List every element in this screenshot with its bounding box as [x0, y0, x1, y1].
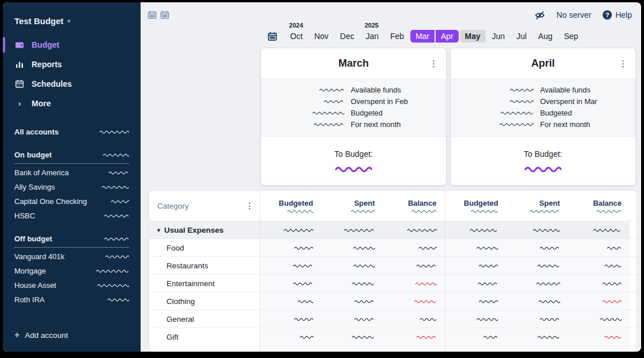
- sidebar-item-budget[interactable]: Budget: [3, 35, 141, 55]
- account-item[interactable]: Vanguard 401k: [3, 249, 141, 264]
- amount-cell[interactable]: [259, 221, 321, 238]
- month-aug[interactable]: Aug: [533, 30, 558, 43]
- account-item[interactable]: House Asset: [3, 278, 141, 292]
- amount-cell[interactable]: [506, 292, 568, 310]
- account-item[interactable]: HSBC: [3, 209, 141, 223]
- column-header-cell: Spent: [506, 191, 568, 221]
- amount-cell[interactable]: [321, 292, 383, 310]
- amount-cell[interactable]: [506, 239, 568, 256]
- amount-cell[interactable]: [568, 221, 630, 238]
- month-apr[interactable]: Apr: [436, 30, 459, 43]
- to-budget-amount[interactable]: [525, 165, 561, 172]
- category-name-cell[interactable]: Food: [149, 239, 259, 256]
- amount-cell[interactable]: [568, 346, 630, 352]
- amount-cell[interactable]: [445, 257, 507, 274]
- amount-cell[interactable]: [568, 292, 630, 310]
- month-label: Mar: [416, 32, 429, 41]
- category-name-cell[interactable]: Gift: [149, 328, 259, 345]
- amount-cell[interactable]: [321, 257, 383, 274]
- kebab-menu-icon[interactable]: ⋮: [619, 59, 627, 69]
- amount-cell[interactable]: [383, 328, 445, 345]
- sidebar-item-reports[interactable]: Reports: [3, 55, 141, 74]
- month-nov[interactable]: Nov: [309, 30, 333, 43]
- amount-cell[interactable]: [259, 239, 321, 256]
- amount-cell[interactable]: [506, 328, 568, 345]
- budget-switcher[interactable]: Test Budget ▾: [3, 2, 141, 35]
- account-group-header[interactable]: On budget: [14, 148, 129, 164]
- amount-cell[interactable]: [568, 275, 630, 292]
- amount-cell[interactable]: [445, 310, 507, 328]
- amount-cell[interactable]: [568, 328, 630, 345]
- amount-cell[interactable]: [259, 346, 321, 352]
- add-account-button[interactable]: + Add account: [3, 324, 141, 344]
- month-oct[interactable]: 2024Oct: [285, 30, 308, 43]
- amount-cell[interactable]: [506, 346, 568, 352]
- account-group-header[interactable]: Off budget: [14, 232, 129, 248]
- month-jun[interactable]: Jun: [487, 30, 510, 43]
- category-name-cell[interactable]: General: [149, 310, 259, 328]
- category-name-cell[interactable]: Medical: [149, 346, 259, 352]
- month-jan[interactable]: 2025Jan: [360, 30, 384, 43]
- amount-cell[interactable]: [506, 221, 568, 238]
- category-name-cell[interactable]: Restaurants: [149, 257, 259, 274]
- two-month-view-icon[interactable]: [160, 10, 169, 20]
- all-accounts-item[interactable]: All accounts: [3, 125, 141, 139]
- amount-cell[interactable]: [383, 239, 445, 256]
- sidebar-item-more[interactable]: ›More: [3, 94, 141, 113]
- amount-cell[interactable]: [445, 292, 507, 310]
- amount-cell[interactable]: [383, 292, 445, 310]
- amount-cell[interactable]: [259, 328, 321, 345]
- month-mar[interactable]: Mar: [410, 30, 434, 43]
- account-item[interactable]: Mortgage: [3, 264, 141, 278]
- amount-cell[interactable]: [506, 275, 568, 292]
- month-jul[interactable]: Jul: [511, 30, 532, 43]
- month-may[interactable]: May: [460, 30, 486, 43]
- one-month-view-icon[interactable]: [148, 10, 157, 20]
- amount-cell[interactable]: [383, 221, 445, 238]
- amount-cell[interactable]: [321, 221, 383, 238]
- amount-cell[interactable]: [383, 275, 445, 292]
- amount-cell[interactable]: [259, 310, 321, 328]
- month-sep[interactable]: Sep: [558, 30, 583, 43]
- amount-cell[interactable]: [445, 275, 507, 292]
- amount-cell[interactable]: [568, 257, 630, 274]
- help-button[interactable]: ? Help: [603, 10, 632, 20]
- amount-cell[interactable]: [321, 275, 383, 292]
- amount-cell[interactable]: [445, 239, 507, 256]
- account-item[interactable]: Roth IRA: [3, 292, 141, 307]
- amount-cell[interactable]: [383, 257, 445, 274]
- month-dec[interactable]: Dec: [335, 30, 359, 43]
- amount-cell[interactable]: [321, 346, 383, 352]
- amount-cell[interactable]: [445, 221, 507, 238]
- month-picker-calendar-icon[interactable]: [267, 32, 277, 41]
- amount-cell[interactable]: [383, 310, 445, 328]
- amount-cell[interactable]: [568, 310, 630, 328]
- to-budget-amount[interactable]: [335, 165, 372, 172]
- account-item[interactable]: Capital One Checking: [3, 194, 141, 209]
- sidebar-item-schedules[interactable]: Schedules: [3, 74, 141, 94]
- account-item[interactable]: Bank of America: [3, 165, 141, 180]
- month-feb[interactable]: Feb: [385, 30, 409, 43]
- kebab-menu-icon[interactable]: ⋮: [429, 59, 438, 69]
- amount-cell[interactable]: [259, 275, 321, 292]
- server-status[interactable]: No server: [557, 10, 592, 20]
- column-header-label: Balance: [593, 199, 622, 207]
- amount-cell[interactable]: [445, 328, 507, 345]
- category-name-cell[interactable]: Clothing: [149, 292, 259, 310]
- amount-cell[interactable]: [321, 239, 383, 256]
- kebab-menu-icon[interactable]: ⋮: [246, 201, 254, 210]
- sidebar-item-label: Schedules: [32, 79, 72, 88]
- amount-cell[interactable]: [321, 310, 383, 328]
- amount-cell[interactable]: [445, 346, 507, 352]
- amount-cell[interactable]: [506, 257, 568, 274]
- amount-cell[interactable]: [321, 328, 383, 345]
- amount-cell[interactable]: [568, 239, 630, 256]
- amount-cell[interactable]: [383, 346, 445, 352]
- amount-cell[interactable]: [259, 257, 321, 274]
- account-item[interactable]: Ally Savings: [3, 180, 141, 194]
- amount-cell[interactable]: [259, 292, 321, 310]
- amount-cell[interactable]: [506, 310, 568, 328]
- category-group-toggle[interactable]: ▾Usual Expenses: [149, 221, 259, 238]
- category-name-cell[interactable]: Entertainment: [149, 275, 259, 292]
- privacy-eye-off-icon[interactable]: [534, 10, 545, 21]
